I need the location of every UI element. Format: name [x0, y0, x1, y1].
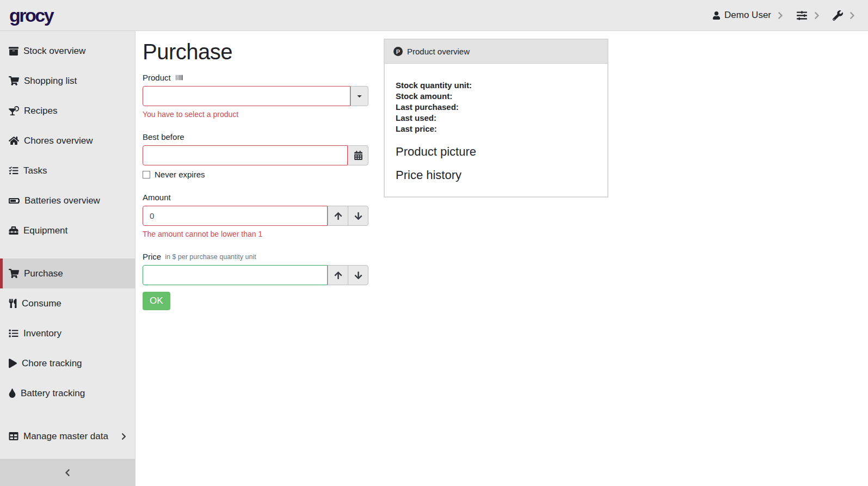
amount-decrement-button[interactable] — [348, 206, 368, 226]
sidebar-item-label: Tasks — [23, 164, 47, 177]
sidebar-item-label: Chores overview — [24, 134, 93, 147]
sidebar-item-chores-overview[interactable]: Chores overview — [0, 126, 135, 156]
price-decrement-button[interactable] — [348, 265, 368, 285]
sidebar-item-label: Batteries overview — [24, 194, 100, 207]
amount-form-group: Amount The amount cannot be lower than 1 — [143, 193, 368, 238]
page-title: Purchase — [143, 40, 368, 64]
product-overview-title: Product overview — [407, 47, 470, 56]
sidebar-item-label: Consume — [22, 297, 61, 310]
chevron-right-icon — [814, 11, 820, 20]
product-overview-header: P Product overview — [385, 40, 607, 64]
price-increment-button[interactable] — [328, 265, 348, 285]
ok-button[interactable]: OK — [143, 292, 170, 310]
last-purchased-label: Last purchased: — [396, 102, 596, 113]
calendar-button[interactable] — [348, 145, 368, 165]
product-picture-heading: Product picture — [396, 145, 596, 159]
sidebar-item-purchase[interactable]: Purchase — [0, 259, 135, 288]
sidebar-item-manage-master-data[interactable]: Manage master data — [0, 421, 135, 451]
sidebar-item-label: Manage master data — [23, 430, 108, 442]
sidebar-item-equipment[interactable]: Equipment — [0, 216, 135, 245]
never-expires-checkbox[interactable] — [143, 171, 150, 179]
calendar-icon — [354, 151, 362, 160]
arrow-down-icon — [354, 271, 362, 280]
cocktail-icon — [9, 106, 19, 115]
grocy-logo[interactable]: grocy — [9, 6, 53, 24]
best-before-form-group: Best before Never expires — [143, 132, 368, 179]
sidebar-item-label: Chore tracking — [22, 357, 82, 370]
arrow-down-icon — [354, 212, 362, 220]
barcode-icon — [175, 74, 184, 81]
tasks-icon — [9, 166, 19, 175]
sidebar: Stock overview Shopping list Recipes Cho… — [0, 31, 136, 486]
product-form-group: Product You have to select a product — [143, 73, 368, 119]
main-content: Purchase Product You have to select a pr… — [136, 31, 868, 318]
sidebar-item-label: Recipes — [24, 104, 57, 117]
shopping-cart-icon — [9, 269, 19, 278]
chevron-right-icon — [778, 11, 783, 20]
product-error-text: You have to select a product — [143, 110, 368, 119]
sidebar-item-label: Purchase — [24, 267, 63, 280]
sidebar-item-label: Battery tracking — [21, 387, 85, 399]
product-p-circle-icon: P — [393, 47, 403, 56]
sidebar-item-shopping-list[interactable]: Shopping list — [0, 66, 135, 96]
settings-sliders-button[interactable] — [796, 10, 808, 21]
sidebar-item-batteries-overview[interactable]: Batteries overview — [0, 186, 135, 216]
price-input[interactable] — [143, 265, 328, 285]
never-expires-label: Never expires — [155, 170, 205, 179]
sidebar-collapse-button[interactable] — [0, 459, 135, 486]
user-icon — [712, 11, 721, 20]
price-form-group: Price in $ per purchase quantity unit — [143, 252, 368, 285]
sidebar-item-battery-tracking[interactable]: Battery tracking — [0, 378, 135, 408]
list-icon — [9, 329, 19, 338]
caret-down-icon — [357, 93, 362, 100]
best-before-input[interactable] — [143, 145, 348, 165]
last-used-label: Last used: — [396, 113, 596, 124]
purchase-form: Purchase Product You have to select a pr… — [143, 39, 368, 310]
sidebar-item-inventory[interactable]: Inventory — [0, 318, 135, 348]
price-label: Price — [143, 252, 161, 261]
product-overview-card: P Product overview Stock quantity unit: … — [384, 39, 608, 198]
play-icon — [9, 359, 17, 368]
product-label: Product — [143, 73, 171, 82]
admin-wrench-button[interactable] — [833, 10, 843, 21]
sidebar-item-label: Stock overview — [23, 45, 85, 57]
user-menu[interactable]: Demo User — [712, 10, 771, 21]
last-price-label: Last price: — [396, 124, 596, 134]
wrench-icon — [833, 10, 843, 21]
table-icon — [9, 432, 19, 441]
sidebar-item-label: Equipment — [23, 224, 67, 237]
stock-quantity-unit-label: Stock quantity unit: — [396, 80, 596, 91]
product-overview-body: Stock quantity unit: Stock amount: Last … — [385, 64, 607, 196]
amount-input[interactable] — [143, 206, 328, 226]
best-before-label: Best before — [143, 132, 184, 142]
home-icon — [9, 136, 19, 145]
top-navbar: grocy Demo User — [0, 0, 868, 31]
sidebar-item-recipes[interactable]: Recipes — [0, 96, 135, 126]
price-history-heading: Price history — [396, 168, 596, 182]
chevron-right-icon — [849, 11, 855, 20]
sidebar-item-tasks[interactable]: Tasks — [0, 156, 135, 186]
amount-increment-button[interactable] — [328, 206, 348, 226]
amount-error-text: The amount cannot be lower than 1 — [143, 230, 368, 238]
utensils-icon — [9, 299, 17, 308]
chevron-left-icon — [65, 469, 70, 477]
archive-box-icon — [9, 46, 19, 56]
sidebar-item-label: Inventory — [23, 327, 61, 340]
product-dropdown-button[interactable] — [350, 86, 368, 106]
battery-icon — [9, 196, 20, 205]
sidebar-item-label: Shopping list — [24, 75, 77, 87]
toolbox-icon — [9, 226, 19, 235]
chevron-right-icon — [121, 433, 126, 440]
amount-label: Amount — [143, 193, 171, 202]
shopping-cart-icon — [9, 76, 19, 85]
sidebar-item-chore-tracking[interactable]: Chore tracking — [0, 348, 135, 378]
user-name: Demo User — [724, 10, 771, 21]
sidebar-item-consume[interactable]: Consume — [0, 288, 135, 318]
sidebar-item-stock-overview[interactable]: Stock overview — [0, 36, 135, 66]
arrow-up-icon — [334, 212, 342, 220]
price-hint: in $ per purchase quantity unit — [165, 253, 256, 261]
stock-amount-label: Stock amount: — [396, 91, 596, 102]
tint-icon — [9, 389, 16, 398]
product-input[interactable] — [143, 86, 350, 106]
sliders-icon — [796, 10, 808, 21]
